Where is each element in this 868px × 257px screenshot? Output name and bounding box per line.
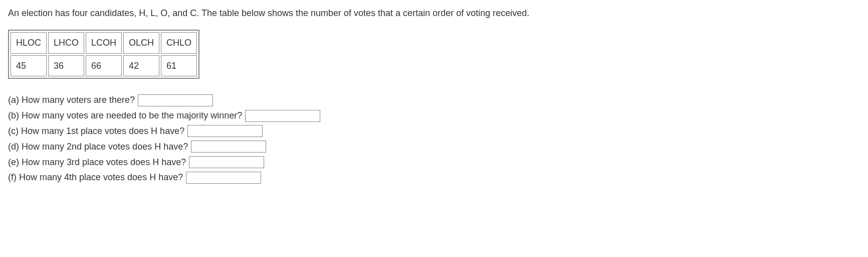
question-text: (b) How many votes are needed to be the … xyxy=(8,108,242,123)
table-cell: HLOC xyxy=(11,32,47,54)
question-text: (e) How many 3rd place votes does H have… xyxy=(8,155,186,170)
answer-input-d[interactable] xyxy=(191,141,266,153)
answer-input-f[interactable] xyxy=(186,172,261,184)
question-e: (e) How many 3rd place votes does H have… xyxy=(8,155,860,170)
answer-input-c[interactable] xyxy=(187,125,263,137)
answer-input-a[interactable] xyxy=(138,94,213,106)
table-cell: 66 xyxy=(86,55,122,77)
answer-input-b[interactable] xyxy=(245,110,320,122)
table-cell: LHCO xyxy=(48,32,84,54)
question-text: (c) How many 1st place votes does H have… xyxy=(8,124,184,139)
table-cell: LCOH xyxy=(86,32,122,54)
question-a: (a) How many voters are there? xyxy=(8,93,860,107)
table-cell: OLCH xyxy=(123,32,159,54)
table-cell: 42 xyxy=(123,55,159,77)
table-row: 45 36 66 42 61 xyxy=(11,55,197,77)
answer-input-e[interactable] xyxy=(189,156,264,168)
table-cell: 36 xyxy=(48,55,84,77)
table-row: HLOC LHCO LCOH OLCH CHLO xyxy=(11,32,197,54)
question-text: (a) How many voters are there? xyxy=(8,93,135,107)
question-c: (c) How many 1st place votes does H have… xyxy=(8,124,860,139)
table-cell: CHLO xyxy=(161,32,197,54)
question-f: (f) How many 4th place votes does H have… xyxy=(8,170,860,185)
table-cell: 45 xyxy=(11,55,47,77)
question-text: (d) How many 2nd place votes does H have… xyxy=(8,140,188,154)
question-text: (f) How many 4th place votes does H have… xyxy=(8,170,183,185)
table-cell: 61 xyxy=(161,55,197,77)
problem-intro: An election has four candidates, H, L, O… xyxy=(8,6,860,21)
votes-table: HLOC LHCO LCOH OLCH CHLO 45 36 66 42 61 xyxy=(8,30,199,79)
question-d: (d) How many 2nd place votes does H have… xyxy=(8,140,860,154)
question-b: (b) How many votes are needed to be the … xyxy=(8,108,860,123)
